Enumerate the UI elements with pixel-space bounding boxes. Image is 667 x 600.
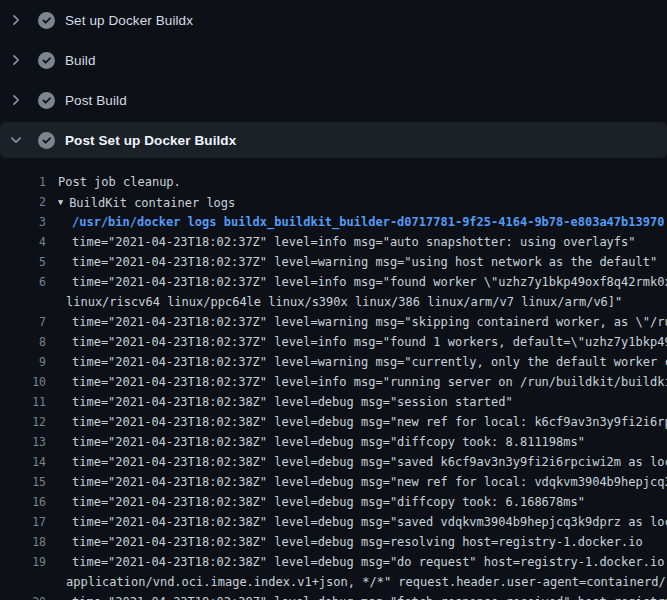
step-label: Post Set up Docker Buildx bbox=[65, 133, 236, 148]
steps-list: Set up Docker Buildx Build P bbox=[0, 0, 667, 158]
line-number[interactable]: 20 bbox=[0, 592, 46, 600]
chevron-down-icon[interactable] bbox=[8, 132, 24, 148]
log-line-text: /usr/bin/docker logs buildx_buildkit_bui… bbox=[72, 212, 664, 232]
log-line-text: Post job cleanup. bbox=[58, 172, 181, 192]
log-line-text: time="2021-04-23T18:02:38Z" level=debug … bbox=[72, 512, 667, 532]
check-circle-icon bbox=[38, 12, 55, 29]
step-row-3[interactable]: Post Set up Docker Buildx bbox=[0, 122, 667, 158]
check-circle-icon bbox=[38, 92, 55, 109]
line-number[interactable]: 8 bbox=[0, 332, 46, 352]
log-line-text: time="2021-04-23T18:02:37Z" level=warnin… bbox=[72, 312, 667, 332]
line-number[interactable]: 13 bbox=[0, 432, 46, 452]
line-number[interactable]: 18 bbox=[0, 532, 46, 552]
log-line-text: ▼BuildKit container logs bbox=[58, 192, 235, 212]
check-circle-icon bbox=[38, 132, 55, 149]
log-line-text: application/vnd.oci.image.index.v1+json,… bbox=[66, 572, 667, 592]
log-line-text: time="2021-04-23T18:02:37Z" level=warnin… bbox=[72, 252, 657, 272]
line-number[interactable]: 3 bbox=[0, 212, 46, 232]
log-line: 19 time="2021-04-23T18:02:38Z" level=deb… bbox=[0, 552, 667, 572]
line-number[interactable]: 17 bbox=[0, 512, 46, 532]
line-number[interactable]: 16 bbox=[0, 492, 46, 512]
log-content: 1 Post job cleanup. 2 ▼BuildKit containe… bbox=[0, 160, 667, 600]
step-label: Build bbox=[65, 53, 96, 68]
log-line: 3 /usr/bin/docker logs buildx_buildkit_b… bbox=[0, 212, 667, 232]
actions-log-viewer: Set up Docker Buildx Build P bbox=[0, 0, 667, 600]
log-line: 11 time="2021-04-23T18:02:38Z" level=deb… bbox=[0, 392, 667, 412]
log-line: 18 time="2021-04-23T18:02:38Z" level=deb… bbox=[0, 532, 667, 552]
log-line-text: time="2021-04-23T18:02:37Z" level=info m… bbox=[72, 332, 667, 352]
log-line: 16 time="2021-04-23T18:02:38Z" level=deb… bbox=[0, 492, 667, 512]
check-circle-icon bbox=[38, 52, 55, 69]
log-line-text: time="2021-04-23T18:02:38Z" level=debug … bbox=[72, 452, 667, 472]
log-line: 10 time="2021-04-23T18:02:37Z" level=inf… bbox=[0, 372, 667, 392]
log-line-text: time="2021-04-23T18:02:38Z" level=debug … bbox=[72, 472, 667, 492]
log-line-continuation: linux/riscv64 linux/ppc64le linux/s390x … bbox=[0, 292, 667, 312]
log-line-text: time="2021-04-23T18:02:37Z" level=info m… bbox=[72, 232, 636, 252]
log-line: 13 time="2021-04-23T18:02:38Z" level=deb… bbox=[0, 432, 667, 452]
line-number[interactable]: 6 bbox=[0, 272, 46, 292]
line-number[interactable]: 2 bbox=[0, 192, 46, 212]
log-line: 15 time="2021-04-23T18:02:38Z" level=deb… bbox=[0, 472, 667, 492]
line-number[interactable]: 9 bbox=[0, 352, 46, 372]
line-number[interactable]: 11 bbox=[0, 392, 46, 412]
step-row-1[interactable]: Build bbox=[0, 40, 667, 80]
log-line: 17 time="2021-04-23T18:02:38Z" level=deb… bbox=[0, 512, 667, 532]
log-line-text: time="2021-04-23T18:02:37Z" level=info m… bbox=[72, 372, 667, 392]
line-number[interactable] bbox=[0, 292, 46, 312]
line-number[interactable] bbox=[0, 572, 46, 592]
step-label: Set up Docker Buildx bbox=[65, 13, 193, 28]
line-number[interactable]: 4 bbox=[0, 232, 46, 252]
log-line-continuation: application/vnd.oci.image.index.v1+json,… bbox=[0, 572, 667, 592]
log-line-text: time="2021-04-23T18:02:38Z" level=debug … bbox=[72, 532, 643, 552]
chevron-right-icon[interactable] bbox=[8, 12, 24, 28]
log-line: 12 time="2021-04-23T18:02:38Z" level=deb… bbox=[0, 412, 667, 432]
log-line-text: time="2021-04-23T18:02:38Z" level=debug … bbox=[72, 592, 667, 600]
group-collapse-triangle-icon: ▼ bbox=[58, 197, 63, 207]
log-line-text: time="2021-04-23T18:02:37Z" level=info m… bbox=[72, 272, 667, 292]
log-line-text: linux/riscv64 linux/ppc64le linux/s390x … bbox=[66, 292, 622, 312]
line-number[interactable]: 5 bbox=[0, 252, 46, 272]
log-line-text: time="2021-04-23T18:02:38Z" level=debug … bbox=[72, 552, 667, 572]
log-line: 4 time="2021-04-23T18:02:37Z" level=info… bbox=[0, 232, 667, 252]
log-line-text: time="2021-04-23T18:02:38Z" level=debug … bbox=[72, 412, 667, 432]
line-number[interactable]: 15 bbox=[0, 472, 46, 492]
line-number[interactable]: 7 bbox=[0, 312, 46, 332]
chevron-right-icon[interactable] bbox=[8, 92, 24, 108]
log-line: 5 time="2021-04-23T18:02:37Z" level=warn… bbox=[0, 252, 667, 272]
line-number[interactable]: 19 bbox=[0, 552, 46, 572]
step-row-0[interactable]: Set up Docker Buildx bbox=[0, 0, 667, 40]
step-row-2[interactable]: Post Build bbox=[0, 80, 667, 120]
line-number[interactable]: 12 bbox=[0, 412, 46, 432]
log-line: 14 time="2021-04-23T18:02:38Z" level=deb… bbox=[0, 452, 667, 472]
log-line: 1 Post job cleanup. bbox=[0, 172, 667, 192]
log-line-text: time="2021-04-23T18:02:37Z" level=warnin… bbox=[72, 352, 667, 372]
log-line: 20 time="2021-04-23T18:02:38Z" level=deb… bbox=[0, 592, 667, 600]
line-number[interactable]: 14 bbox=[0, 452, 46, 472]
log-group-toggle[interactable]: 2 ▼BuildKit container logs bbox=[0, 192, 667, 212]
chevron-right-icon[interactable] bbox=[8, 52, 24, 68]
log-line: 9 time="2021-04-23T18:02:37Z" level=warn… bbox=[0, 352, 667, 372]
log-line: 8 time="2021-04-23T18:02:37Z" level=info… bbox=[0, 332, 667, 352]
log-line-text: time="2021-04-23T18:02:38Z" level=debug … bbox=[72, 392, 513, 412]
log-line: 7 time="2021-04-23T18:02:37Z" level=warn… bbox=[0, 312, 667, 332]
line-number[interactable]: 1 bbox=[0, 172, 46, 192]
log-line-text: time="2021-04-23T18:02:38Z" level=debug … bbox=[72, 432, 585, 452]
log-line: 6 time="2021-04-23T18:02:37Z" level=info… bbox=[0, 272, 667, 292]
step-label: Post Build bbox=[65, 93, 127, 108]
log-line-text: time="2021-04-23T18:02:38Z" level=debug … bbox=[72, 492, 585, 512]
line-number[interactable]: 10 bbox=[0, 372, 46, 392]
